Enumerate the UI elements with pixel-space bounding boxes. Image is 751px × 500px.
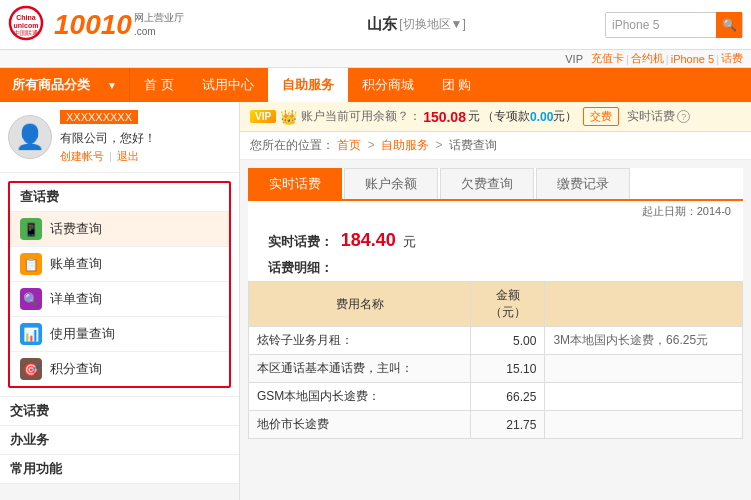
menu-icon-bill: 📱 <box>20 218 42 240</box>
fee-name-2: 本区通话基本通话费，主叫： <box>249 355 471 383</box>
sub-link-bill[interactable]: 话费 <box>721 51 743 66</box>
vip-badge: VIP <box>250 110 276 123</box>
fee-amount-4: 21.75 <box>471 411 545 439</box>
region-name: 山东 <box>367 15 397 34</box>
sidebar-bottom-placeholder <box>0 483 239 500</box>
nav-category[interactable]: 所有商品分类 ▼ <box>0 68 130 102</box>
table-row: 本区通话基本通话费，主叫： 15.10 <box>249 355 743 383</box>
logo-netbiz: 网上营业厅 .com <box>134 11 184 39</box>
realtime-amount-section: 实时话费： 184.40 元 <box>248 222 743 255</box>
breadcrumb-sep2: > <box>435 138 442 152</box>
nav-item-home[interactable]: 首 页 <box>130 68 188 102</box>
table-row: 炫铃子业务月租： 5.00 3M本地国内长途费，66.25元 <box>249 327 743 355</box>
breadcrumb-sep1: > <box>368 138 375 152</box>
nav-item-points[interactable]: 积分商城 <box>348 68 428 102</box>
sidebar-section-common[interactable]: 常用功能 <box>0 454 239 483</box>
table-header-note <box>545 282 743 327</box>
realtime-amount-value: 184.40 <box>341 230 396 250</box>
logout-link[interactable]: 退出 <box>117 150 139 162</box>
fee-table-wrapper: 费用名称 金额（元） 炫铃子业务月租： 5.00 3M本地国内长途费，66.25… <box>248 281 743 439</box>
tab-payment-records[interactable]: 缴费记录 <box>536 168 630 199</box>
svg-text:中国联通: 中国联通 <box>14 30 38 36</box>
exchange-button[interactable]: 交费 <box>583 107 619 126</box>
question-icon[interactable]: ? <box>677 110 690 123</box>
header: China unicom 中国联通 10010 网上营业厅 .com 山东 [切… <box>0 0 751 50</box>
nav-item-trial[interactable]: 试用中心 <box>188 68 268 102</box>
avatar: 👤 <box>8 115 52 159</box>
fee-note-2 <box>545 355 743 383</box>
search-button[interactable]: 🔍 <box>716 12 742 38</box>
main-area: 👤 XXXXXXXXX 有限公司，您好！ 创建帐号 | 退出 查话费 📱 话费查… <box>0 102 751 500</box>
menu-label-account: 账单查询 <box>50 255 102 273</box>
menu-item-bill[interactable]: 📱 话费查询 <box>10 212 229 247</box>
vip-bar: VIP 👑 账户当前可用余额？： 150.08 元 （专项款 0.00 元） 交… <box>240 102 751 132</box>
menu-item-detail[interactable]: 🔍 详单查询 <box>10 282 229 317</box>
user-greeting: 有限公司，您好！ <box>60 130 231 147</box>
realtime-amount-label: 实时话费： <box>268 234 333 249</box>
realtime-label: 实时话费 <box>627 108 675 125</box>
special-amount: 0.00 <box>530 110 553 124</box>
tab-balance[interactable]: 账户余额 <box>344 168 438 199</box>
menu-item-points[interactable]: 🎯 积分查询 <box>10 352 229 386</box>
region-area[interactable]: 山东 [切换地区▼] <box>228 15 605 34</box>
tab-overdue[interactable]: 欠费查询 <box>440 168 534 199</box>
detail-label: 话费明细： <box>248 255 743 281</box>
menu-section-title: 查话费 <box>10 183 229 212</box>
nav-category-label: 所有商品分类 <box>12 76 90 94</box>
sub-link-iphone[interactable]: iPhone 5 <box>671 53 714 65</box>
menu-icon-detail: 🔍 <box>20 288 42 310</box>
fee-note-4 <box>545 411 743 439</box>
fee-note-1: 3M本地国内长途费，66.25元 <box>545 327 743 355</box>
user-info: XXXXXXXXX 有限公司，您好！ 创建帐号 | 退出 <box>60 110 231 164</box>
nav-item-self-service[interactable]: 自助服务 <box>268 68 348 102</box>
create-account-link[interactable]: 创建帐号 <box>60 150 104 162</box>
vip-crown-icon: 👑 <box>280 109 297 125</box>
breadcrumb: 您所在的位置： 首页 > 自助服务 > 话费查询 <box>240 132 751 160</box>
menu-item-usage[interactable]: 📊 使用量查询 <box>10 317 229 352</box>
menu-label-detail: 详单查询 <box>50 290 102 308</box>
table-row: GSM本地国内长途费： 66.25 <box>249 383 743 411</box>
sub-link-contract[interactable]: 合约机 <box>631 51 664 66</box>
nav-item-group[interactable]: 团 购 <box>428 68 486 102</box>
search-area: 🔍 <box>605 12 743 38</box>
tab-realtime[interactable]: 实时话费 <box>248 168 342 199</box>
search-icon: 🔍 <box>722 18 737 32</box>
date-info: 起止日期：2014-0 <box>248 201 743 222</box>
link-divider: | <box>109 150 112 162</box>
sidebar-section-transfer[interactable]: 交话费 <box>0 396 239 425</box>
logo-10010: 10010 <box>54 9 132 41</box>
sub-header-text: VIP <box>565 53 583 65</box>
region-switch[interactable]: [切换地区▼] <box>399 16 466 33</box>
menu-icon-usage: 📊 <box>20 323 42 345</box>
nav-category-arrow: ▼ <box>107 80 117 91</box>
search-input[interactable] <box>606 13 716 37</box>
balance-label: 账户当前可用余额？： <box>301 108 421 125</box>
sidebar: 👤 XXXXXXXXX 有限公司，您好！ 创建帐号 | 退出 查话费 📱 话费查… <box>0 102 240 500</box>
special-unit: 元） <box>553 108 577 125</box>
user-name-bar: XXXXXXXXX <box>60 110 138 124</box>
menu-icon-points: 🎯 <box>20 358 42 380</box>
content-area: VIP 👑 账户当前可用余额？： 150.08 元 （专项款 0.00 元） 交… <box>240 102 751 500</box>
user-links: 创建帐号 | 退出 <box>60 149 231 164</box>
fee-amount-2: 15.10 <box>471 355 545 383</box>
table-header-name: 费用名称 <box>249 282 471 327</box>
fee-name-1: 炫铃子业务月租： <box>249 327 471 355</box>
realtime-amount-unit: 元 <box>403 234 416 249</box>
fee-amount-3: 66.25 <box>471 383 545 411</box>
balance-unit: 元 <box>468 108 480 125</box>
svg-text:China: China <box>16 14 36 21</box>
breadcrumb-home[interactable]: 首页 <box>337 138 361 152</box>
special-label: （专项款 <box>482 108 530 125</box>
fee-name-4: 地价市长途费 <box>249 411 471 439</box>
menu-label-points: 积分查询 <box>50 360 102 378</box>
breadcrumb-service[interactable]: 自助服务 <box>381 138 429 152</box>
sidebar-section-business[interactable]: 办业务 <box>0 425 239 454</box>
unicom-symbol: China unicom 中国联通 <box>8 5 44 44</box>
menu-label-bill: 话费查询 <box>50 220 102 238</box>
user-section: 👤 XXXXXXXXX 有限公司，您好！ 创建帐号 | 退出 <box>0 102 239 173</box>
sub-link-recharge[interactable]: 充值卡 <box>591 51 624 66</box>
table-row: 地价市长途费 21.75 <box>249 411 743 439</box>
menu-item-account[interactable]: 📋 账单查询 <box>10 247 229 282</box>
fee-table: 费用名称 金额（元） 炫铃子业务月租： 5.00 3M本地国内长途费，66.25… <box>248 281 743 439</box>
svg-text:unicom: unicom <box>14 22 39 29</box>
